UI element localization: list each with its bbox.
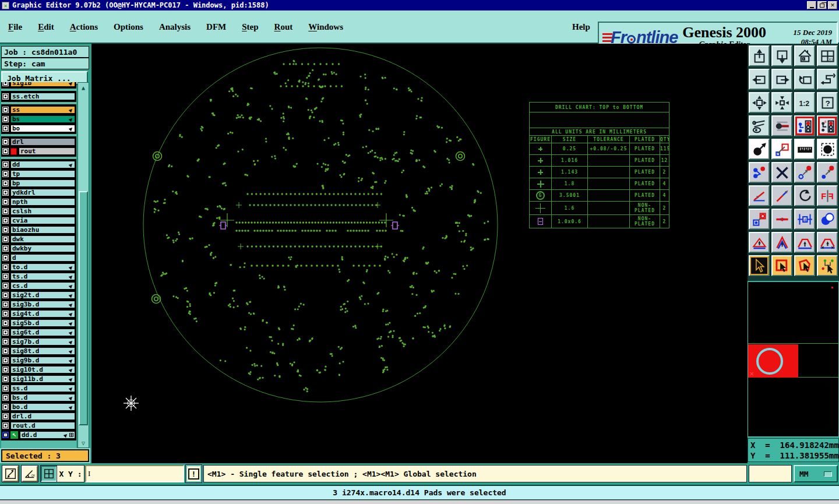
layer-chip[interactable]: ts.d <box>10 273 75 280</box>
layer-checkbox[interactable] <box>2 82 9 86</box>
layer-chip[interactable]: ss.d <box>10 385 75 392</box>
minimize-button[interactable] <box>807 1 816 9</box>
menu-file[interactable]: File <box>8 22 22 32</box>
pan-right-button[interactable] <box>771 69 792 90</box>
menu-actions[interactable]: Actions <box>70 22 98 32</box>
net-highlight-button[interactable] <box>794 115 815 136</box>
layer-checkbox[interactable] <box>2 432 9 438</box>
layer-row-sig4t.d[interactable]: sig4t.d <box>2 309 75 318</box>
layer-chip[interactable]: sig10t.d <box>10 366 75 373</box>
measure-distance-button[interactable]: 4 <box>794 209 815 230</box>
layer-checkbox[interactable] <box>2 208 9 214</box>
layer-chip[interactable]: sig4t.d <box>10 310 75 318</box>
layer-chip[interactable]: bp <box>10 179 75 187</box>
layer-chip[interactable]: dwkby <box>10 245 75 252</box>
layer-chip[interactable]: rout.d <box>10 422 75 429</box>
resize-outline-button[interactable] <box>794 162 815 183</box>
layer-checkbox[interactable] <box>2 404 9 410</box>
layer-chip[interactable]: ydkdrl <box>10 189 75 196</box>
layer-row-bs[interactable]: bs <box>2 115 75 124</box>
net-reference-button[interactable] <box>817 115 838 136</box>
layer-chip[interactable]: sig11b.d <box>10 375 75 383</box>
layer-chip[interactable]: dwk <box>10 235 75 243</box>
pan-left-button[interactable] <box>749 69 770 90</box>
layer-checkbox[interactable] <box>2 171 9 177</box>
layer-row-to.d[interactable]: to.d <box>2 263 75 272</box>
copy-to-layer-button[interactable] <box>749 209 770 230</box>
layer-checkbox[interactable] <box>2 245 9 252</box>
net-endpoints-button[interactable] <box>749 162 770 183</box>
layer-row-ts.d[interactable]: ts.d <box>2 272 75 281</box>
layer-row-npth[interactable]: npth <box>2 198 75 206</box>
layer-checkbox[interactable] <box>2 107 9 113</box>
layer-chip[interactable]: bo.d <box>10 403 75 411</box>
touching-features-button[interactable] <box>817 209 838 230</box>
scrollbar-thumb[interactable] <box>79 191 88 425</box>
layer-row-drl.d[interactable]: drl.d <box>2 412 75 421</box>
pcb-canvas[interactable]: DRILL CHART: TOP to BOTTOM ALL UNITS ARE… <box>91 44 748 463</box>
restore-button[interactable] <box>817 1 827 9</box>
break-feature-button[interactable] <box>771 209 792 230</box>
layer-row-sig2t.d[interactable]: sig2t.d <box>2 291 75 299</box>
layer-chip[interactable]: sig6t.d <box>10 329 75 336</box>
layer-row-ss.d[interactable]: ss.d <box>2 384 75 393</box>
layer-checkbox[interactable] <box>2 357 9 364</box>
chevron-compare-button[interactable] <box>771 232 792 253</box>
layer-checkbox[interactable] <box>2 273 9 280</box>
home-view-button[interactable] <box>794 45 815 66</box>
layer-chip[interactable]: dd.d <box>20 431 75 439</box>
grid-toggle-button[interactable] <box>41 466 57 482</box>
clip-area-button[interactable] <box>771 115 792 136</box>
layer-chip[interactable]: ss <box>10 106 75 114</box>
select-pad-button[interactable] <box>817 139 838 160</box>
layer-chip[interactable]: cvia <box>10 217 75 224</box>
layer-checkbox[interactable] <box>2 189 9 196</box>
layer-checkbox[interactable] <box>2 301 9 308</box>
layer-checkbox[interactable] <box>2 283 9 289</box>
zoom-margins-button[interactable] <box>749 92 770 113</box>
layer-row-ss[interactable]: ss <box>2 105 75 114</box>
move-feature-button[interactable] <box>749 139 770 160</box>
trapezoid-limits-button[interactable] <box>817 232 838 253</box>
menu-step[interactable]: Step <box>242 22 258 32</box>
layer-row-tp[interactable]: tp <box>2 170 75 178</box>
layer-chip[interactable]: sig3b.d <box>10 301 75 308</box>
copy-feature-button[interactable] <box>771 139 792 160</box>
layer-chip[interactable]: sig1b <box>10 82 75 87</box>
layer-row-dd[interactable]: dd <box>2 160 75 169</box>
layer-checkbox[interactable] <box>2 148 9 154</box>
layer-row-dwk[interactable]: dwk <box>2 235 75 244</box>
layer-chip[interactable]: npth <box>10 198 75 206</box>
select-polygon-button[interactable] <box>794 255 815 276</box>
select-rectangle-button[interactable] <box>771 255 792 276</box>
layer-checkbox[interactable] <box>2 227 9 233</box>
layer-row-sig11b.d[interactable]: sig11b.d <box>2 375 75 383</box>
layer-chip[interactable]: cs.d <box>10 282 75 290</box>
layer-row-sig8t.d[interactable]: sig8t.d <box>2 347 75 355</box>
layer-scrollbar[interactable]: ▲ ▽ <box>77 82 89 448</box>
layer-checkbox[interactable] <box>2 93 9 100</box>
layer-row-bo.d[interactable]: bo.d <box>2 403 75 411</box>
zoom-out-button[interactable] <box>771 45 792 66</box>
alert-button[interactable]: ! <box>186 465 202 482</box>
measure-angle-button[interactable] <box>749 185 770 206</box>
xy-input[interactable]: I <box>85 465 184 482</box>
serpentine-button[interactable] <box>817 69 838 90</box>
layer-row-dwkby[interactable]: dwkby <box>2 244 75 253</box>
layer-chip[interactable]: to.d <box>10 263 75 271</box>
menu-analysis[interactable]: Analysis <box>159 22 191 32</box>
layer-chip[interactable]: sig5b.d <box>10 319 75 327</box>
layer-checkbox[interactable] <box>2 394 9 401</box>
layer-row-d[interactable]: d <box>2 253 75 262</box>
rotate-button[interactable] <box>794 185 815 206</box>
layer-checkbox[interactable] <box>2 422 9 429</box>
layer-chip[interactable]: sig9b.d <box>10 357 75 364</box>
layer-checkbox[interactable] <box>2 311 9 317</box>
layer-chip[interactable]: bs <box>10 115 75 123</box>
layer-row-bp[interactable]: bp <box>2 179 75 188</box>
edit-tools-button[interactable] <box>749 115 770 136</box>
measure-slope-button[interactable] <box>771 185 792 206</box>
layer-row-dd.d[interactable]: dd.d <box>2 431 75 439</box>
layer-checkbox[interactable] <box>2 413 9 420</box>
previous-view-button[interactable] <box>794 69 815 90</box>
